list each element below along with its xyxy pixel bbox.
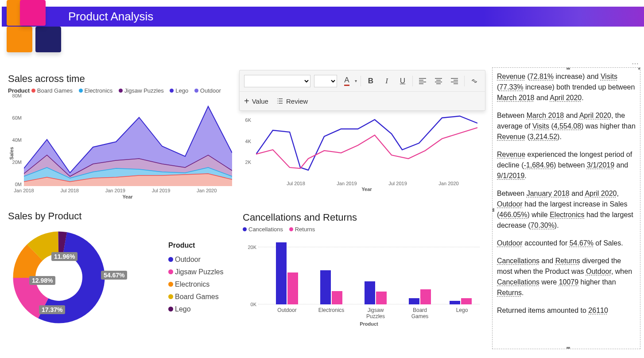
bold-button[interactable]: B	[365, 75, 377, 87]
chart-title: Sales across time	[8, 73, 234, 85]
resize-handle-top[interactable]	[566, 67, 570, 70]
chart-sales-across-time[interactable]: Sales across time Product Board Games El…	[8, 73, 234, 206]
link-button[interactable]	[468, 75, 481, 87]
resize-handle-bottom[interactable]	[566, 347, 570, 349]
chart-title: Sales by Product	[8, 210, 234, 222]
resize-handle-top-right[interactable]	[638, 67, 640, 70]
header-bar: Product Analysis	[2, 7, 644, 27]
font-color-button[interactable]: A	[341, 75, 353, 87]
chevron-down-icon[interactable]: ▾	[355, 78, 357, 83]
font-size-select[interactable]	[314, 75, 337, 87]
logo	[7, 0, 64, 58]
plus-icon: +	[244, 98, 249, 104]
align-right-button[interactable]	[448, 75, 461, 87]
chart-title: Cancellations and Returns	[243, 212, 482, 223]
underline-button[interactable]: U	[396, 75, 409, 87]
font-family-select[interactable]	[244, 75, 310, 87]
smart-narrative-textbox[interactable]: Revenue (72.81% increase) and Visits (77…	[492, 67, 640, 349]
review-button[interactable]: Review	[276, 97, 308, 105]
chart-revenue-visits[interactable]: 2K 4K 6K Jul 2018 Jan 2019 Jul 2019 Jan …	[239, 114, 482, 205]
align-center-button[interactable]	[432, 75, 445, 87]
text-format-toolbar: A ▾ B I U + Value Review	[239, 70, 485, 111]
legend: Cancellations Returns	[243, 226, 482, 233]
donut-legend: Product Outdoor Jigsaw Puzzles Electroni…	[168, 239, 223, 315]
chart-cancellations-returns[interactable]: Cancellations and Returns Cancellations …	[243, 212, 482, 345]
resize-handle-left[interactable]	[492, 208, 494, 212]
page-title: Product Analysis	[68, 10, 153, 23]
list-icon	[276, 98, 283, 104]
align-left-button[interactable]	[416, 75, 429, 87]
italic-button[interactable]: I	[380, 75, 393, 87]
more-options-icon[interactable]: ⋯	[632, 59, 640, 68]
add-value-button[interactable]: + Value	[244, 97, 268, 105]
legend: Product Board Games Electronics Jigsaw P…	[8, 87, 234, 94]
